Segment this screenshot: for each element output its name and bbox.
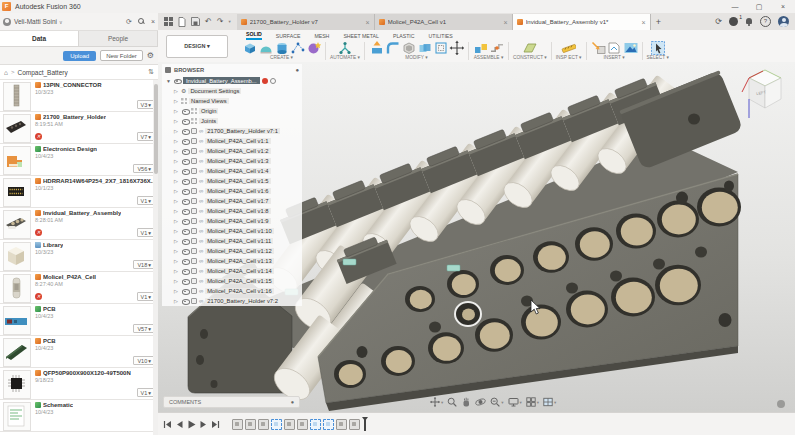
combine-icon[interactable]: [417, 40, 432, 55]
redo-icon[interactable]: ↷: [217, 17, 224, 27]
timeline-feature-selected[interactable]: [271, 419, 282, 430]
visibility-eye-icon[interactable]: [181, 178, 189, 185]
skip-to-start-icon[interactable]: [163, 420, 172, 429]
list-item[interactable]: Schematic 10/4/23: [0, 400, 158, 432]
sketch-icon[interactable]: [290, 40, 305, 55]
browser-node-component[interactable]: ▷∞Molicel_P42A_Cell v1:11: [162, 236, 302, 246]
browser-node-component[interactable]: ▷∞Molicel_P42A_Cell v1:7: [162, 196, 302, 206]
browser-node-component[interactable]: ▷∞21700_Battery_Holder v7:2: [162, 296, 302, 306]
form-icon[interactable]: [306, 40, 321, 55]
step-forward-icon[interactable]: [199, 420, 208, 429]
visibility-eye-icon[interactable]: [181, 188, 189, 195]
tab-people[interactable]: People: [79, 31, 158, 46]
browser-node-component[interactable]: ▷∞Molicel_P42A_Cell v1:13: [162, 256, 302, 266]
close-panel-icon[interactable]: ×: [151, 18, 155, 26]
home-icon[interactable]: ⌂: [4, 69, 8, 76]
version-dropdown[interactable]: V10▾: [133, 356, 155, 365]
list-item[interactable]: Invidual_Battery_Assembly 8:28:01 AM V1▾: [0, 208, 158, 240]
visibility-eye-icon[interactable]: [181, 158, 189, 165]
tab-utilities[interactable]: UTILITIES: [429, 33, 453, 40]
visibility-eye-icon[interactable]: [181, 108, 189, 115]
sync-icon[interactable]: ⟳: [715, 17, 722, 26]
list-item[interactable]: QFP50P900X900X120-49T500N 9/18/23 V1▾: [0, 368, 158, 400]
browser-node-component[interactable]: ▷∞Molicel_P42A_Cell v1:8: [162, 206, 302, 216]
expanded-icon[interactable]: ▼: [166, 78, 171, 84]
visibility-eye-icon[interactable]: [181, 168, 189, 175]
browser-header[interactable]: BROWSER ●: [162, 64, 302, 75]
shell-icon[interactable]: [401, 40, 416, 55]
list-item[interactable]: PCB 10/4/23 V10▾: [0, 336, 158, 368]
timeline-feature[interactable]: [245, 419, 256, 430]
browser-node-named-views[interactable]: ▷Named Views: [162, 96, 302, 106]
list-item[interactable]: Molicel_P42A_Cell 8:27:40 AM V1▾: [0, 272, 158, 304]
viewports-icon[interactable]: ▾: [543, 397, 556, 407]
tab-close-icon[interactable]: ×: [504, 19, 508, 26]
close-button[interactable]: ×: [771, 1, 795, 13]
new-component-icon[interactable]: [242, 40, 257, 55]
timeline-feature-selected[interactable]: [310, 419, 321, 430]
visibility-eye-icon[interactable]: [181, 268, 189, 275]
play-icon[interactable]: [187, 420, 196, 429]
view-cube[interactable]: LEFT: [741, 66, 789, 120]
collapse-icon[interactable]: [165, 67, 171, 73]
document-tab-active[interactable]: Invidual_Battery_Assembly v1* ×: [513, 14, 651, 30]
tab-solid[interactable]: SOLID: [246, 31, 262, 40]
minimize-button[interactable]: —: [723, 1, 747, 13]
list-item[interactable]: PCB 10/4/23 V57▾: [0, 304, 158, 336]
pan-icon[interactable]: ▾: [430, 397, 443, 407]
tab-close-icon[interactable]: ×: [642, 19, 646, 26]
visibility-eye-icon[interactable]: [181, 148, 189, 155]
breadcrumb-folder[interactable]: Compact_Battery: [17, 69, 67, 76]
browser-node-component[interactable]: ▷∞Molicel_P42A_Cell v1:10: [162, 226, 302, 236]
version-dropdown[interactable]: V56▾: [133, 164, 155, 173]
browser-options-icon[interactable]: ●: [295, 67, 299, 73]
browser-node-component[interactable]: ▷∞Molicel_P42A_Cell v1:2: [162, 146, 302, 156]
browser-node-document-settings[interactable]: ▷⚙Document Settings: [162, 86, 302, 96]
show-data-panel-icon[interactable]: [164, 17, 173, 26]
timeline-feature[interactable]: [349, 419, 360, 430]
offset-face-icon[interactable]: [433, 40, 448, 55]
timeline-position-marker[interactable]: [364, 418, 366, 431]
skip-to-end-icon[interactable]: [211, 420, 220, 429]
maximize-button[interactable]: ▢: [747, 1, 771, 13]
comments-bar[interactable]: COMMENTS ●: [163, 396, 300, 408]
timeline-feature[interactable]: [232, 419, 243, 430]
browser-node-component[interactable]: ▷∞Molicel_P42A_Cell v1:12: [162, 246, 302, 256]
browser-node-component[interactable]: ▷∞Molicel_P42A_Cell v1:4: [162, 166, 302, 176]
grid-settings-icon[interactable]: ▾: [526, 397, 539, 407]
activate-component-radio[interactable]: [270, 78, 276, 84]
press-pull-icon[interactable]: [369, 40, 384, 55]
settings-gear-icon[interactable]: ⚙: [147, 51, 154, 61]
visibility-eye-icon[interactable]: [181, 248, 189, 255]
search-icon[interactable]: [138, 18, 145, 25]
measure-icon[interactable]: [561, 40, 576, 55]
insert-derive-icon[interactable]: [591, 40, 606, 55]
notifications-bell-icon[interactable]: [745, 17, 753, 26]
list-item[interactable]: 21700_Battery_Holder 8:19:51 AM V7▾: [0, 112, 158, 144]
timeline-feature[interactable]: [258, 419, 269, 430]
list-item[interactable]: Library 10/3/23 V18▾: [0, 240, 158, 272]
visibility-eye-icon[interactable]: [181, 138, 189, 145]
viewport-corner-icon[interactable]: [777, 400, 785, 408]
help-icon[interactable]: ?: [760, 16, 771, 27]
timeline-feature[interactable]: [336, 419, 347, 430]
upload-button[interactable]: Upload: [63, 51, 96, 61]
revolve-icon[interactable]: [274, 40, 289, 55]
browser-root-node[interactable]: ▼ Invidual_Battery_Assemb...: [162, 75, 302, 86]
tab-close-icon[interactable]: ×: [366, 19, 370, 26]
list-item[interactable]: Electronics Design 10/4/23 V56▾: [0, 144, 158, 176]
tab-surface[interactable]: SURFACE: [276, 33, 301, 40]
browser-node-origin[interactable]: ▷Origin: [162, 106, 302, 116]
timeline-feature[interactable]: [297, 419, 308, 430]
configure-icon[interactable]: [337, 40, 352, 55]
visibility-eye-icon[interactable]: [181, 208, 189, 215]
browser-node-component[interactable]: ▷∞21700_Battery_Holder v7:1: [162, 126, 302, 136]
tab-sheet-metal[interactable]: SHEET METAL: [343, 33, 379, 40]
browser-node-component[interactable]: ▷∞Molicel_P42A_Cell v1:14: [162, 266, 302, 276]
construction-plane-icon[interactable]: [522, 40, 537, 55]
fit-icon[interactable]: [447, 397, 457, 407]
redo-caret-icon[interactable]: ▾: [228, 19, 230, 24]
tab-plastic[interactable]: PLASTIC: [393, 33, 415, 40]
display-settings-icon[interactable]: ▾: [508, 397, 522, 407]
visibility-eye-icon[interactable]: [181, 218, 189, 225]
